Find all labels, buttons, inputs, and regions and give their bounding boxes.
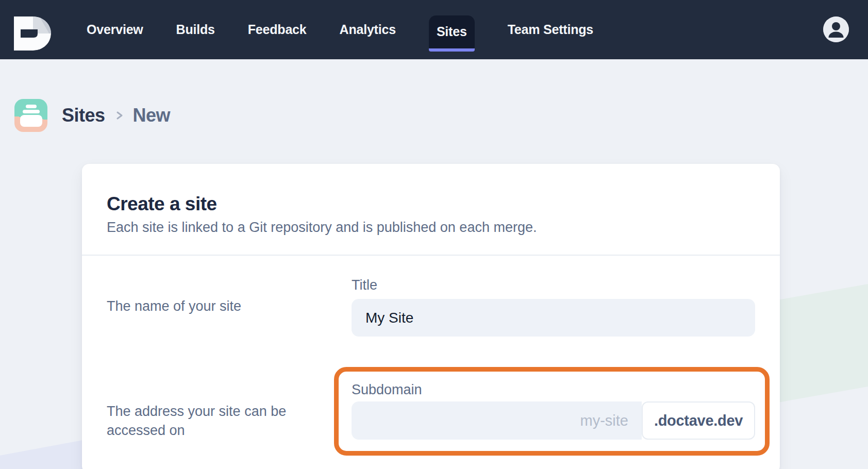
card-subtitle: Each site is linked to a Git repository … xyxy=(107,219,755,236)
subdomain-description: The address your site can be accessed on xyxy=(107,367,352,456)
subdomain-row: The address your site can be accessed on… xyxy=(82,367,780,456)
title-input[interactable] xyxy=(352,299,755,337)
nav-item-feedback[interactable]: Feedback xyxy=(248,22,307,37)
nav-menu: Overview Builds Feedback Analytics Sites… xyxy=(87,0,593,59)
domain-suffix: .doctave.dev xyxy=(642,401,755,440)
nav-item-overview[interactable]: Overview xyxy=(87,22,143,37)
site-name-description-text: The name of your site xyxy=(107,297,241,316)
subdomain-description-text: The address your site can be accessed on xyxy=(107,402,323,440)
create-site-card: Create a site Each site is linked to a G… xyxy=(82,164,780,469)
nav-item-sites[interactable]: Sites xyxy=(429,15,475,48)
title-field-label: Title xyxy=(352,276,755,294)
nav-item-analytics[interactable]: Analytics xyxy=(340,22,396,37)
site-name-description: The name of your site xyxy=(107,276,352,337)
annotation-highlight-box: Subdomain .doctave.dev xyxy=(334,367,770,456)
subdomain-input-group: .doctave.dev xyxy=(352,401,755,440)
breadcrumb-current-page: New xyxy=(133,105,171,126)
breadcrumb: Sites New xyxy=(14,99,170,132)
top-nav: Overview Builds Feedback Analytics Sites… xyxy=(0,0,868,59)
doctave-logo[interactable] xyxy=(14,16,51,51)
card-title: Create a site xyxy=(107,193,755,215)
app-window: Overview Builds Feedback Analytics Sites… xyxy=(0,0,868,469)
user-icon xyxy=(823,16,849,42)
site-name-row: The name of your site Title xyxy=(82,276,780,337)
subdomain-input[interactable] xyxy=(352,401,642,440)
nav-item-builds[interactable]: Builds xyxy=(176,22,215,37)
doctave-d-icon xyxy=(14,16,51,51)
user-avatar-button[interactable] xyxy=(823,16,849,42)
nav-item-team-settings[interactable]: Team Settings xyxy=(508,22,593,37)
sites-stack-icon xyxy=(14,99,47,132)
breadcrumb-sites-link[interactable]: Sites xyxy=(62,105,105,126)
title-field-group: Title xyxy=(352,276,755,337)
subdomain-field-label: Subdomain xyxy=(352,381,755,398)
chevron-right-icon xyxy=(113,108,126,123)
card-header: Create a site Each site is linked to a G… xyxy=(82,164,780,256)
